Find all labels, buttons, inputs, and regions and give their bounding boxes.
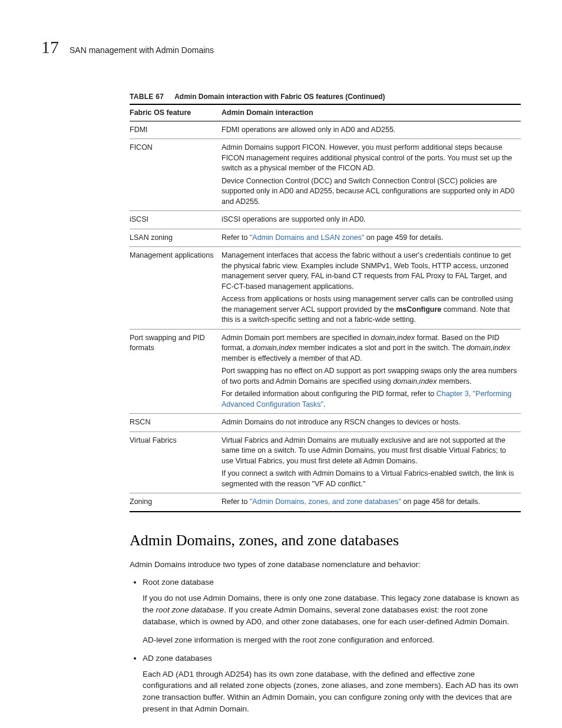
- interaction-cell: Admin Domains do not introduce any RSCN …: [222, 414, 521, 432]
- th-interaction: Admin Domain interaction: [222, 104, 521, 121]
- interaction-cell: Admin Domains support FICON. However, yo…: [222, 139, 521, 211]
- cell-paragraph: Refer to "Admin Domains, zones, and zone…: [222, 497, 517, 508]
- table-row: FICONAdmin Domains support FICON. Howeve…: [130, 139, 521, 211]
- interaction-cell: FDMI operations are allowed only in AD0 …: [222, 121, 521, 139]
- section-heading: Admin Domains, zones, and zone databases: [130, 530, 521, 551]
- cell-paragraph: Refer to "Admin Domains and LSAN zones" …: [222, 233, 517, 243]
- cell-paragraph: Device Connection Control (DCC) and Swit…: [222, 176, 517, 207]
- interaction-cell: iSCSI operations are supported only in A…: [222, 211, 521, 229]
- table-row: ZoningRefer to "Admin Domains, zones, an…: [130, 493, 521, 512]
- table-row: FDMIFDMI operations are allowed only in …: [130, 121, 521, 139]
- cell-paragraph: FDMI operations are allowed only in AD0 …: [222, 125, 517, 136]
- interaction-cell: Management interfaces that access the fa…: [222, 247, 521, 330]
- list-item: Root zone database: [143, 577, 521, 588]
- feature-table: Fabric OS feature Admin Domain interacti…: [130, 104, 521, 512]
- feature-cell: iSCSI: [130, 211, 222, 229]
- feature-cell: Management applications: [130, 247, 222, 330]
- page-header: 17 SAN management with Admin Domains: [41, 35, 521, 60]
- feature-cell: RSCN: [130, 414, 222, 432]
- table-row: LSAN zoningRefer to "Admin Domains and L…: [130, 229, 521, 247]
- table-label: TABLE 67: [130, 93, 164, 101]
- table-row: Port swapping and PID formatsAdmin Domai…: [130, 329, 521, 414]
- cell-paragraph: Admin Domains do not introduce any RSCN …: [222, 417, 517, 428]
- ad-paragraph-1: Each AD (AD1 through AD254) has its own …: [143, 668, 521, 714]
- table-caption: TABLE 67Admin Domain interaction with Fa…: [130, 92, 521, 101]
- interaction-cell: Refer to "Admin Domains, zones, and zone…: [222, 493, 521, 512]
- list-item: AD zone databases: [143, 653, 521, 664]
- feature-cell: Zoning: [130, 493, 222, 512]
- bullet-list: Root zone database: [130, 577, 521, 588]
- table-row: Management applicationsManagement interf…: [130, 247, 521, 330]
- cell-paragraph: Port swapping has no effect on AD suppor…: [222, 366, 517, 387]
- feature-cell: FICON: [130, 139, 222, 211]
- cell-paragraph: Admin Domain port members are specified …: [222, 333, 517, 364]
- section-intro: Admin Domains introduce two types of zon…: [130, 559, 521, 571]
- table-title: Admin Domain interaction with Fabric OS …: [174, 93, 385, 101]
- feature-cell: FDMI: [130, 121, 222, 139]
- interaction-cell: Admin Domain port members are specified …: [222, 329, 521, 414]
- feature-cell: LSAN zoning: [130, 229, 222, 247]
- feature-cell: Virtual Fabrics: [130, 431, 222, 493]
- cell-paragraph: If you connect a switch with Admin Domai…: [222, 469, 517, 489]
- root-paragraph-2: AD-level zone information is merged with…: [143, 634, 521, 646]
- chapter-title: SAN management with Admin Domains: [70, 45, 214, 56]
- table-row: iSCSIiSCSI operations are supported only…: [130, 211, 521, 229]
- cross-ref-link[interactable]: "Admin Domains, zones, and zone database…: [250, 498, 401, 506]
- bullet-list: AD zone databases: [130, 653, 521, 664]
- th-feature: Fabric OS feature: [130, 104, 222, 121]
- chapter-number: 17: [41, 35, 59, 60]
- table-row: Virtual FabricsVirtual Fabrics and Admin…: [130, 431, 521, 493]
- cell-paragraph: iSCSI operations are supported only in A…: [222, 215, 517, 225]
- table-row: RSCNAdmin Domains do not introduce any R…: [130, 414, 521, 432]
- interaction-cell: Refer to "Admin Domains and LSAN zones" …: [222, 229, 521, 247]
- interaction-cell: Virtual Fabrics and Admin Domains are mu…: [222, 431, 521, 493]
- cell-paragraph: Access from applications or hosts using …: [222, 294, 517, 325]
- cell-paragraph: Management interfaces that access the fa…: [222, 251, 517, 292]
- root-paragraph-1: If you do not use Admin Domains, there i…: [143, 592, 521, 627]
- cross-ref-link[interactable]: "Admin Domains and LSAN zones": [250, 233, 364, 242]
- cell-paragraph: For detailed information about configuri…: [222, 389, 517, 410]
- cell-paragraph: Admin Domains support FICON. However, yo…: [222, 143, 517, 174]
- cell-paragraph: Virtual Fabrics and Admin Domains are mu…: [222, 436, 517, 467]
- feature-cell: Port swapping and PID formats: [130, 329, 222, 414]
